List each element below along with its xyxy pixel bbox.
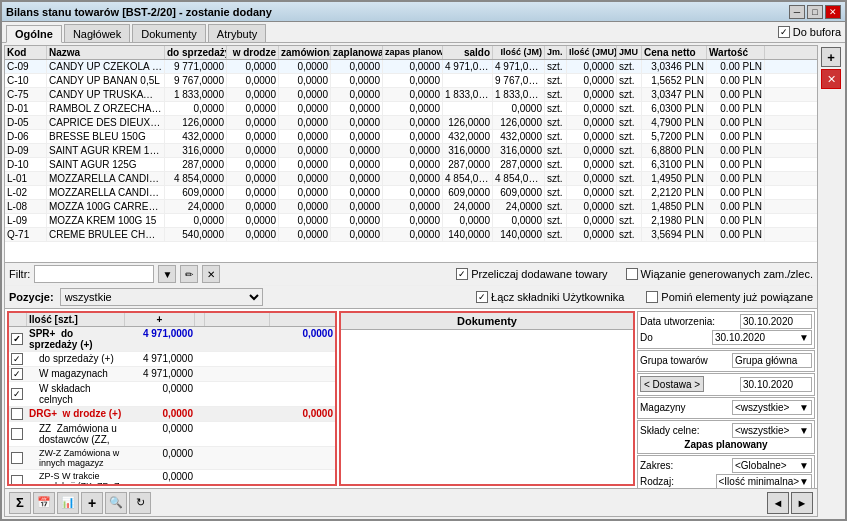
table-row[interactable]: L-09 MOZZA KREM 100G 15 0,0000 0,0000 0,… xyxy=(5,214,817,228)
filter-bar: Filtr: ▼ ✏ ✕ Przeliczaj dodawane towary … xyxy=(5,262,817,285)
tree-row[interactable]: W magazynach 4 971,0000 xyxy=(9,367,335,382)
tab-atrybuty[interactable]: Atrybuty xyxy=(208,24,266,42)
table-row[interactable]: C-09 CANDY UP CZEKOLA DA 1 9 771,0000 0,… xyxy=(5,60,817,74)
tab-dokumenty[interactable]: Dokumenty xyxy=(132,24,206,42)
cell-wdrodze: 0,0000 xyxy=(227,60,279,73)
przeliczaj-checkbox[interactable] xyxy=(456,268,468,280)
toolbar-scroll-right[interactable]: ► xyxy=(791,492,813,514)
col-header-cena: Cena netto xyxy=(642,46,707,59)
cell-zamowiona: 0,0000 xyxy=(279,60,331,73)
data-utworzenia-label: Data utworzenia: xyxy=(640,316,715,327)
table-row[interactable]: L-01 MOZZARELLA CANDIA IC 4 854,0000 0,0… xyxy=(5,172,817,186)
do-label: Do xyxy=(640,332,653,343)
toolbar-search-btn[interactable]: 🔍 xyxy=(105,492,127,514)
cell-wartosc: 0.00 PLN xyxy=(707,60,765,73)
cb[interactable] xyxy=(11,368,23,380)
side-add-btn[interactable]: + xyxy=(821,47,841,67)
spr-checkbox[interactable] xyxy=(11,333,23,345)
filter-edit-btn[interactable]: ✏ xyxy=(180,265,198,283)
toolbar-calendar-btn[interactable]: 📅 xyxy=(33,492,55,514)
filter-clear-btn[interactable]: ✕ xyxy=(202,265,220,283)
maximize-button[interactable]: □ xyxy=(807,5,823,19)
wiazanie-row: Wiązanie generowanych zam./zlec. xyxy=(626,268,813,280)
filter-dropdown-btn[interactable]: ▼ xyxy=(158,265,176,283)
toolbar-refresh-btn[interactable]: ↻ xyxy=(129,492,151,514)
table-row[interactable]: Q-71 CREME BRULEE CHOCOL 540,0000 0,0000… xyxy=(5,228,817,242)
tree-row[interactable]: ZW-Z Zamówiona w innych magazyz 0,0000 xyxy=(9,447,335,470)
dostawa-row: < Dostawa > 30.10.2020 xyxy=(640,376,812,392)
table-row[interactable]: C-10 CANDY UP BANAN 0,5L 9 767,0000 0,00… xyxy=(5,74,817,88)
cb[interactable] xyxy=(11,353,23,365)
tabs-bar: Ogólne Nagłówek Dokumenty Atrybuty xyxy=(6,24,266,42)
calendar-icon[interactable]: ▼ xyxy=(799,332,809,343)
lacz-label: Łącz składniki Użytkownika xyxy=(491,291,624,303)
cb[interactable] xyxy=(11,475,23,486)
tree-col-plus: + xyxy=(125,313,195,326)
do-bufor-checkbox[interactable] xyxy=(778,26,790,38)
col-header-wartosc: Wartość xyxy=(707,46,765,59)
table-row[interactable]: L-08 MOZZA 100G CARREF IC 24,0000 0,0000… xyxy=(5,200,817,214)
cell-zaplanowana: 0,0000 xyxy=(331,60,383,73)
zakres-dropdown-icon[interactable]: ▼ xyxy=(799,460,809,471)
toolbar-scroll-left[interactable]: ◄ xyxy=(767,492,789,514)
tree-row[interactable]: ZP-S W trakcie produkcji (ZK, ZD, Z 0,00… xyxy=(9,470,335,486)
minimize-button[interactable]: ─ xyxy=(789,5,805,19)
zakres-row: Zakres: <Globalne> ▼ xyxy=(640,458,812,473)
table-row[interactable]: D-05 CAPRICE DES DIEUX 125 126,0000 0,00… xyxy=(5,116,817,130)
tree-row[interactable]: W składach celnych 0,0000 xyxy=(9,382,335,407)
close-button[interactable]: ✕ xyxy=(825,5,841,19)
pomin-checkbox[interactable] xyxy=(646,291,658,303)
info-block-sklady: Składy celne: <wszystkie> ▼ Zapas planow… xyxy=(637,420,815,454)
main-table-section: Kod Nazwa do sprzedaży w drodze zamówion… xyxy=(4,45,818,517)
table-row[interactable]: D-01 RAMBOL Z ORZECHAMI 0,0000 0,0000 0,… xyxy=(5,102,817,116)
toolbar-right: ◄ ► xyxy=(767,492,813,514)
cb[interactable] xyxy=(11,428,23,440)
przeliczaj-label: Przeliczaj dodawane towary xyxy=(471,268,607,280)
lacz-checkbox[interactable] xyxy=(476,291,488,303)
table-header: Kod Nazwa do sprzedaży w drodze zamówion… xyxy=(5,46,817,60)
dokumenty-content xyxy=(341,330,633,484)
table-row[interactable]: D-10 SAINT AGUR 125G 287,0000 0,0000 0,0… xyxy=(5,158,817,172)
wiazanie-checkbox[interactable] xyxy=(626,268,638,280)
tab-naglowek[interactable]: Nagłówek xyxy=(64,24,130,42)
tree-row-drg[interactable]: DRG+ w drodze (+) 0,0000 0,0000 xyxy=(9,407,335,422)
tab-ogolne[interactable]: Ogólne xyxy=(6,25,62,43)
tree-row[interactable]: do sprzedaży (+) 4 971,0000 xyxy=(9,352,335,367)
table-row[interactable]: D-06 BRESSE BLEU 150G 432,0000 0,0000 0,… xyxy=(5,130,817,144)
magazyny-row: Magazyny <wszystkie> ▼ xyxy=(640,400,812,415)
cell-ilosciu: 0,0000 xyxy=(567,60,617,73)
table-row[interactable]: D-09 SAINT AGUR KREM 150G 316,0000 0,000… xyxy=(5,144,817,158)
info-block-dostawa: < Dostawa > 30.10.2020 xyxy=(637,373,815,396)
tree-row-spr[interactable]: SPR+ do sprzedaży (+) 4 971,0000 0,0000 xyxy=(9,327,335,352)
do-value: 30.10.2020 ▼ xyxy=(712,330,812,345)
cb[interactable] xyxy=(11,408,23,420)
info-block-magazyny: Magazyny <wszystkie> ▼ xyxy=(637,397,815,419)
dostawa-button[interactable]: < Dostawa > xyxy=(640,376,704,392)
filter-input[interactable] xyxy=(34,265,154,283)
sklady-dropdown-icon[interactable]: ▼ xyxy=(799,425,809,436)
toolbar-chart-btn[interactable]: 📊 xyxy=(57,492,79,514)
cell-jm: szt. xyxy=(545,60,567,73)
cell-nazwa: CANDY UP CZEKOLA DA 1 xyxy=(47,60,165,73)
toolbar-sigma-btn[interactable]: Σ xyxy=(9,492,31,514)
toolbar-add-btn[interactable]: + xyxy=(81,492,103,514)
rodzaj-dropdown-icon[interactable]: ▼ xyxy=(799,476,809,487)
cell-zapas: 0,0000 xyxy=(383,60,443,73)
table-body: C-09 CANDY UP CZEKOLA DA 1 9 771,0000 0,… xyxy=(5,60,817,262)
table-row[interactable]: C-75 CANDY UP TRUSKAWKA 1 833,0000 0,000… xyxy=(5,88,817,102)
cell-saldo: 4 971,0000 xyxy=(443,60,493,73)
grupa-value: Grupa główna xyxy=(732,353,812,368)
cell-kod: C-09 xyxy=(5,60,47,73)
tree-col-iloscl: Ilość [szt.] xyxy=(27,313,125,326)
pozycje-select[interactable]: wszystkie xyxy=(60,288,263,306)
side-delete-btn[interactable]: ✕ xyxy=(821,69,841,89)
table-row[interactable]: L-02 MOZZARELLA CANDIA 1! 609,0000 0,000… xyxy=(5,186,817,200)
col-header-ilosc: Ilość (JM) xyxy=(493,46,545,59)
cb[interactable] xyxy=(11,388,23,400)
col-header-nazwa: Nazwa xyxy=(47,46,165,59)
pozycje-label: Pozycje: xyxy=(9,291,54,303)
dostawa-date: 30.10.2020 xyxy=(740,377,812,392)
cb[interactable] xyxy=(11,452,23,464)
tree-row[interactable]: ZZ Zamówiona u dostawców (ZZ, 0,0000 xyxy=(9,422,335,447)
magazyny-dropdown-icon[interactable]: ▼ xyxy=(799,402,809,413)
